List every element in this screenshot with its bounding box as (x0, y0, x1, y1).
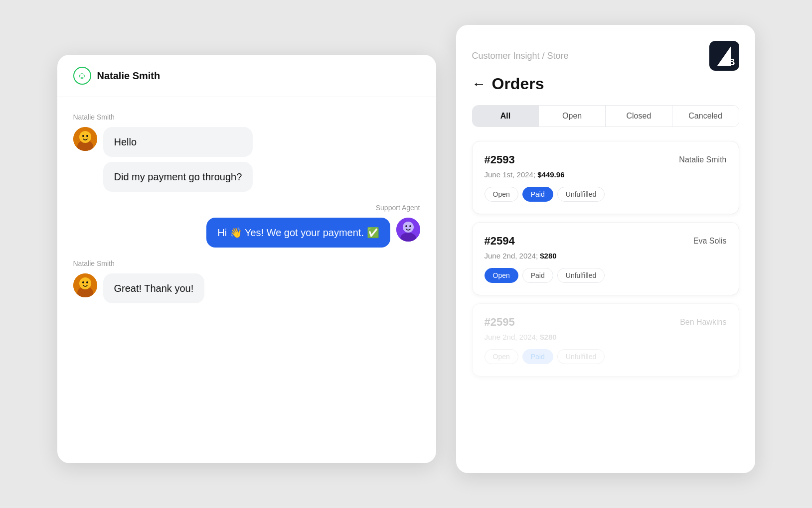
avatar-natalie-1 (73, 127, 97, 151)
badge-paid-2594: Paid (522, 268, 553, 283)
order-card-2593[interactable]: #2593 Natalie Smith June 1st, 2024; $449… (472, 141, 739, 214)
sender-label-2: Support Agent (73, 204, 420, 212)
tab-canceled[interactable]: Canceled (672, 106, 739, 127)
message-group-2: Support Agent Hi 👋 Yes! We got your paym… (73, 204, 420, 248)
order-date-2595: June 2nd, 2024; $280 (485, 333, 727, 341)
breadcrumb: Customer Insight / Store (472, 51, 569, 61)
chat-status-icon: ☺ (73, 67, 91, 85)
orders-header-top: Customer Insight / Store B (472, 41, 739, 71)
svg-point-8 (405, 225, 407, 227)
order-number-2595: #2595 (485, 316, 515, 329)
chat-messages: Natalie Smith Hello (57, 97, 436, 319)
chat-panel: ☺ Natalie Smith Natalie Smith (57, 55, 436, 463)
back-arrow-icon[interactable]: ← (472, 76, 486, 92)
svg-point-3 (82, 135, 84, 137)
tab-open[interactable]: Open (539, 106, 606, 127)
orders-title-row: ← Orders (472, 75, 739, 93)
chat-header-name: Natalie Smith (97, 70, 161, 82)
svg-point-4 (86, 135, 88, 137)
order-number-2594: #2594 (485, 235, 515, 248)
order-date-2593: June 1st, 2024; $449.96 (485, 170, 727, 179)
order-number-2593: #2593 (485, 153, 515, 166)
svg-point-2 (79, 131, 91, 143)
filter-tabs: All Open Closed Canceled (472, 105, 739, 127)
message-group-1: Natalie Smith Hello (73, 113, 420, 192)
order-customer-2593: Natalie Smith (679, 155, 726, 164)
orders-panel: Customer Insight / Store B ← Orders All … (456, 25, 755, 473)
svg-point-12 (79, 277, 91, 289)
bubble-hello: Hello (103, 127, 253, 157)
badge-open-2594: Open (485, 268, 518, 283)
order-card-2595[interactable]: #2595 Ben Hawkins June 2nd, 2024; $280 O… (472, 303, 739, 377)
order-customer-2594: Eva Solis (693, 237, 727, 246)
badge-paid-2595: Paid (522, 349, 553, 364)
orders-title: Orders (492, 75, 544, 93)
message-row-2: Hi 👋 Yes! We got your payment. ✅ (73, 218, 420, 248)
svg-point-13 (82, 281, 84, 283)
order-date-2594: June 2nd, 2024; $280 (485, 252, 727, 260)
badge-unfulfilled-2593: Unfulfilled (557, 187, 605, 202)
badge-open-2593: Open (485, 187, 518, 202)
message-group-3: Natalie Smith Great! Thank you! (73, 259, 420, 303)
brand-logo: B (709, 41, 739, 71)
order-top-row-2593: #2593 Natalie Smith (485, 153, 727, 166)
order-top-row-2595: #2595 Ben Hawkins (485, 316, 727, 329)
badge-open-2595: Open (485, 349, 518, 364)
message-row-1: Hello Did my payment go through? (73, 127, 420, 192)
order-badges-2595: Open Paid Unfulfilled (485, 349, 727, 364)
badge-unfulfilled-2595: Unfulfilled (557, 349, 605, 364)
order-card-2594[interactable]: #2594 Eva Solis June 2nd, 2024; $280 Ope… (472, 222, 739, 295)
badge-unfulfilled-2594: Unfulfilled (557, 268, 605, 283)
sender-label-1: Natalie Smith (73, 113, 420, 121)
tab-closed[interactable]: Closed (606, 106, 672, 127)
order-badges-2593: Open Paid Unfulfilled (485, 187, 727, 202)
avatar-agent (396, 218, 420, 242)
bubble-thanks: Great! Thank you! (103, 273, 205, 303)
bubble-agent-response: Hi 👋 Yes! We got your payment. ✅ (206, 218, 390, 248)
chat-header: ☺ Natalie Smith (57, 55, 436, 97)
order-customer-2595: Ben Hawkins (680, 318, 726, 327)
svg-point-9 (409, 225, 411, 227)
order-badges-2594: Open Paid Unfulfilled (485, 268, 727, 283)
bubble-payment-question: Did my payment go through? (103, 162, 253, 192)
tab-all[interactable]: All (473, 106, 539, 127)
svg-point-14 (86, 281, 88, 283)
sender-label-3: Natalie Smith (73, 259, 420, 267)
badge-paid-2593: Paid (522, 187, 553, 202)
avatar-natalie-2 (73, 273, 97, 297)
svg-point-7 (403, 222, 414, 233)
message-row-3: Great! Thank you! (73, 273, 420, 303)
order-top-row-2594: #2594 Eva Solis (485, 235, 727, 248)
